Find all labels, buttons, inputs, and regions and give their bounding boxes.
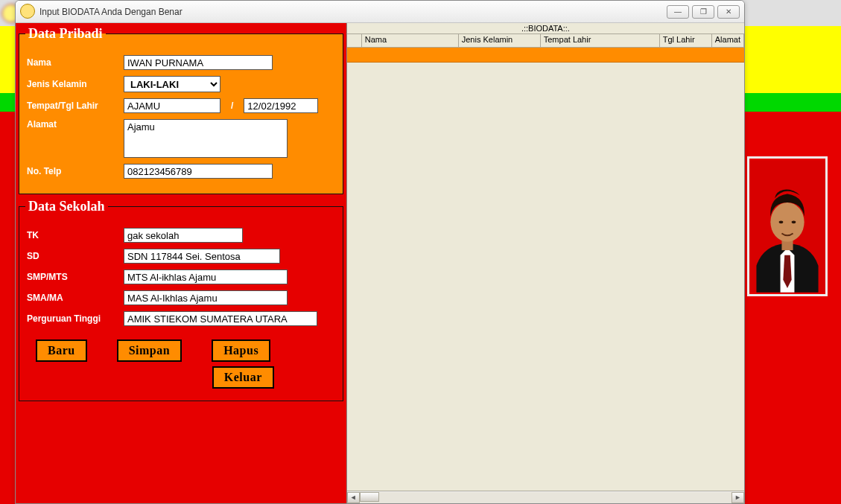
row-alamat: Alamat (27, 119, 335, 158)
input-sd[interactable] (124, 249, 280, 264)
fieldset-data-sekolah: Data Sekolah TK SD SMP/MTS SMA/MA (19, 199, 343, 401)
grid-header: Nama Jenis Kelamin Tempat Lahir Tgl Lahi… (347, 34, 744, 48)
maximize-button[interactable]: ❐ (692, 5, 714, 19)
gridcol-tgl[interactable]: Tgl Lahir (660, 34, 712, 47)
hapus-button[interactable]: Hapus (212, 339, 270, 362)
select-jk[interactable]: LAKI-LAKI (124, 76, 220, 92)
input-sma[interactable] (124, 290, 288, 305)
grid-panel: .::BIODATA::. Nama Jenis Kelamin Tempat … (346, 23, 744, 503)
grid-active-row[interactable] (347, 48, 744, 63)
textarea-alamat[interactable] (124, 119, 288, 158)
row-tk: TK (27, 228, 335, 243)
gridcol-alamat[interactable]: Alamat (712, 34, 744, 47)
gridcol-tempat[interactable]: Tempat Lahir (541, 34, 660, 47)
svg-point-3 (779, 220, 784, 223)
svg-point-4 (792, 220, 796, 223)
input-nama[interactable] (124, 55, 273, 70)
row-telp: No. Telp (27, 164, 335, 179)
label-tk: TK (27, 230, 116, 240)
gridcol-rowheader[interactable] (347, 34, 362, 47)
scroll-track[interactable] (360, 492, 731, 503)
grid-body[interactable] (347, 48, 744, 491)
profile-photo-svg (749, 159, 825, 294)
app-icon (20, 4, 35, 19)
label-sma: SMA/MA (27, 293, 116, 303)
input-telp[interactable] (124, 164, 273, 179)
client-area: Data Pribadi Nama Jenis Kelamin LAKI-LAK… (16, 23, 744, 503)
label-telp: No. Telp (27, 166, 116, 176)
row-nama: Nama (27, 55, 335, 70)
grid-caption: .::BIODATA::. (347, 23, 744, 34)
window-controls: — ❐ ✕ (664, 5, 740, 19)
row-pt: Perguruan Tinggi (27, 311, 335, 326)
label-nama: Nama (27, 57, 116, 68)
gridcol-jk[interactable]: Jenis Kelamin (459, 34, 541, 47)
window-title: Input BIODATA Anda Dengan Benar (39, 7, 183, 17)
fieldset-data-pribadi: Data Pribadi Nama Jenis Kelamin LAKI-LAK… (19, 26, 343, 194)
input-smp[interactable] (124, 269, 288, 284)
left-column: Data Pribadi Nama Jenis Kelamin LAKI-LAK… (16, 23, 346, 503)
slash-separator: / (228, 101, 236, 111)
titlebar: Input BIODATA Anda Dengan Benar — ❐ ✕ (16, 1, 744, 23)
label-jk: Jenis Kelamin (27, 79, 116, 89)
row-sd: SD (27, 249, 335, 264)
button-row-2: Keluar (27, 363, 335, 392)
scroll-thumb[interactable] (360, 492, 379, 502)
gridcol-nama[interactable]: Nama (362, 34, 459, 47)
row-ttl: Tempat/Tgl Lahir / (27, 98, 335, 113)
input-pt[interactable] (124, 311, 317, 326)
scroll-right-icon[interactable]: ► (731, 492, 744, 503)
row-sma: SMA/MA (27, 290, 335, 305)
profile-photo (747, 156, 828, 296)
input-tk[interactable] (124, 228, 243, 243)
minimize-button[interactable]: — (667, 5, 689, 19)
label-smp: SMP/MTS (27, 272, 116, 282)
baru-button[interactable]: Baru (36, 339, 87, 362)
scroll-left-icon[interactable]: ◄ (347, 492, 360, 503)
input-tgl-lahir[interactable] (244, 98, 318, 113)
label-pt: Perguruan Tinggi (27, 313, 116, 324)
legend-data-pribadi: Data Pribadi (25, 26, 106, 42)
simpan-button[interactable]: Simpan (117, 339, 182, 362)
input-tempat-lahir[interactable] (124, 98, 220, 113)
row-jk: Jenis Kelamin LAKI-LAKI (27, 76, 335, 92)
label-sd: SD (27, 251, 116, 261)
grid-hscrollbar[interactable]: ◄ ► (347, 491, 744, 503)
row-smp: SMP/MTS (27, 269, 335, 284)
label-alamat: Alamat (27, 119, 116, 130)
keluar-button[interactable]: Keluar (212, 366, 274, 389)
app-window: Input BIODATA Anda Dengan Benar — ❐ ✕ Da… (15, 0, 745, 504)
legend-data-sekolah: Data Sekolah (25, 199, 108, 214)
button-row-1: Baru Simpan Hapus (27, 332, 335, 363)
close-button[interactable]: ✕ (717, 5, 740, 19)
label-ttl: Tempat/Tgl Lahir (27, 101, 116, 111)
